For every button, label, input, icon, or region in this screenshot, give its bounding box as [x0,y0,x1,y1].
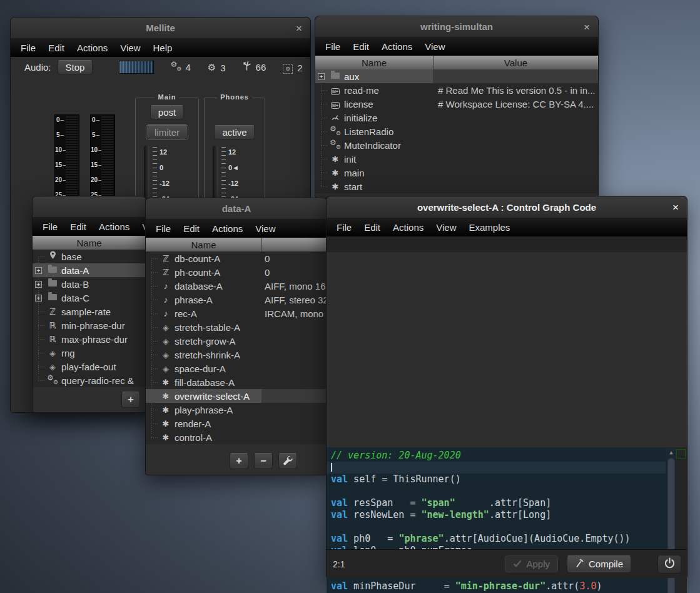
table-row[interactable]: ⚙⚙query-radio-rec & [33,373,146,387]
table-row[interactable]: ⚙⚙ListenRadio [315,124,598,138]
table-row[interactable]: ♪database-AAIFF, mono 16- [146,279,327,293]
menu-examples[interactable]: Examples [462,218,516,236]
code-line[interactable]: val self = ThisRunner() [331,474,666,485]
active-button[interactable]: active [214,125,255,139]
menu-view[interactable]: View [249,220,282,238]
table-row[interactable]: ♪rec-AIRCAM, mono 1 [146,307,327,320]
code-line[interactable]: val minPhaseDur = "min-phrase-dur".attr(… [331,580,666,592]
expander-icon[interactable]: + [35,295,42,302]
edit-button[interactable] [278,453,297,469]
scroll-up-icon[interactable]: ▲ [666,449,676,455]
table-row[interactable]: ✱init [315,152,598,166]
table-row[interactable]: ✱render-A [146,417,327,430]
menu-actions[interactable]: Actions [375,38,418,56]
add-button[interactable]: + [230,453,248,469]
menu-edit[interactable]: Edit [347,38,375,56]
column-header-name[interactable]: Name [146,238,261,251]
menu-actions[interactable]: Actions [93,218,136,236]
code-line[interactable] [331,521,666,533]
table-row[interactable]: ℤdb-count-A0 [146,251,327,265]
row-label: min-phrase-dur [61,320,125,331]
table-row[interactable]: ℤph-count-A0 [146,265,327,279]
table-row[interactable]: ℝmin-phrase-dur [33,318,146,332]
table-row[interactable]: ✱main [315,166,598,180]
table-row[interactable]: ⚙⚙MuteIndicator [315,138,598,152]
menu-file[interactable]: File [150,220,177,238]
table-row[interactable]: +data-A [33,263,146,277]
post-button[interactable]: post [150,105,184,119]
menu-view[interactable]: View [114,39,146,57]
titlebar[interactable]: overwrite-select-A : Control Graph Code … [327,196,687,218]
titlebar[interactable]: writing-simultan × [315,16,598,38]
limiter-button[interactable]: limiter [146,125,188,139]
menu-view[interactable]: View [418,38,451,56]
titlebar[interactable] [33,196,146,218]
table-row[interactable]: ✱fill-database-A [146,375,327,389]
table-row[interactable]: ◈space-dur-A [146,362,327,375]
menu-file[interactable]: File [36,218,64,236]
table-row[interactable]: +aux [315,69,598,83]
menu-edit[interactable]: Edit [42,39,71,57]
compile-button[interactable]: Compile [567,555,631,573]
table-row[interactable]: ◈rng [33,346,146,360]
table-row[interactable]: ✱play-phrase-A [146,403,327,417]
column-header-name[interactable]: Name [315,56,433,69]
menu-edit[interactable]: Edit [64,218,93,236]
column-header-value[interactable]: Value [433,56,598,69]
close-icon[interactable]: × [672,202,679,213]
menu-edit[interactable]: Edit [177,220,206,238]
menu-file[interactable]: File [319,38,347,56]
column-header-value[interactable] [261,238,327,251]
menu-help[interactable]: Help [146,39,178,57]
row-label: data-B [61,279,89,290]
code-line[interactable]: val resSpan = "span" .attr[Span] [331,497,666,509]
menu-edit[interactable]: Edit [358,218,387,236]
column-header-name[interactable]: Name [33,236,146,250]
expander-icon[interactable]: + [318,73,325,80]
remove-button[interactable]: − [254,453,273,469]
code-line[interactable]: // version: 20-Aug-2020 [331,450,666,462]
folder-icon [330,71,341,82]
table-row[interactable]: ◈play-fade-out [33,360,146,373]
table-row[interactable]: ◈stretch-shrink-A [146,348,327,362]
table-row[interactable]: ♪phrase-AAIFF, stereo 32 [146,293,327,307]
code-line[interactable] [331,485,666,497]
table-row[interactable]: ✱start [315,180,598,193]
table-row[interactable]: M+read-me# Read Me This is version 0.5 -… [315,83,598,97]
table-row[interactable]: ✱control-A [146,430,327,444]
expander-icon[interactable]: + [35,281,42,288]
menu-view[interactable]: View [430,218,462,236]
table-row[interactable]: initialize [315,111,598,124]
table-row[interactable]: base [33,250,146,263]
power-button[interactable] [657,555,681,574]
table-row[interactable]: +data-B [33,277,146,291]
table-row[interactable]: ✱overwrite-select-A [146,389,327,403]
table-row[interactable]: ◈stretch-stable-A [146,320,327,334]
synthdefs-icon: ⚙ [283,62,293,74]
row-label: rng [61,348,75,358]
stop-button[interactable]: Stop [58,60,93,74]
titlebar[interactable]: data-A [146,198,327,220]
table-row[interactable]: M+license# Workspace License: CC BY-SA 4… [315,97,598,111]
code-line[interactable]: val ph0 = "phrase".attr[AudioCue](AudioC… [331,533,666,545]
table-row[interactable]: ℝmax-phrase-dur [33,332,146,346]
apply-button[interactable]: Apply [505,555,558,572]
add-button[interactable]: + [121,392,140,408]
code-line[interactable] [327,462,666,474]
code-line[interactable]: val resNewLen = "new-length".attr[Long] [331,509,666,521]
menu-file[interactable]: File [330,218,358,236]
control-icon: ✱ [160,377,171,388]
expander-icon[interactable]: + [35,267,42,274]
close-icon[interactable]: × [296,23,302,33]
output-meter[interactable] [119,61,154,74]
close-icon[interactable]: × [584,21,590,32]
scale-label: -12 [160,180,170,187]
table-row[interactable]: ℤsample-rate [33,305,146,318]
menu-file[interactable]: File [14,39,42,57]
menu-actions[interactable]: Actions [71,39,114,57]
table-row[interactable]: +data-C [33,291,146,305]
titlebar[interactable]: Mellite × [11,18,310,39]
table-row[interactable]: ◈stretch-grow-A [146,334,327,348]
menu-actions[interactable]: Actions [387,218,430,236]
menu-actions[interactable]: Actions [206,220,249,238]
